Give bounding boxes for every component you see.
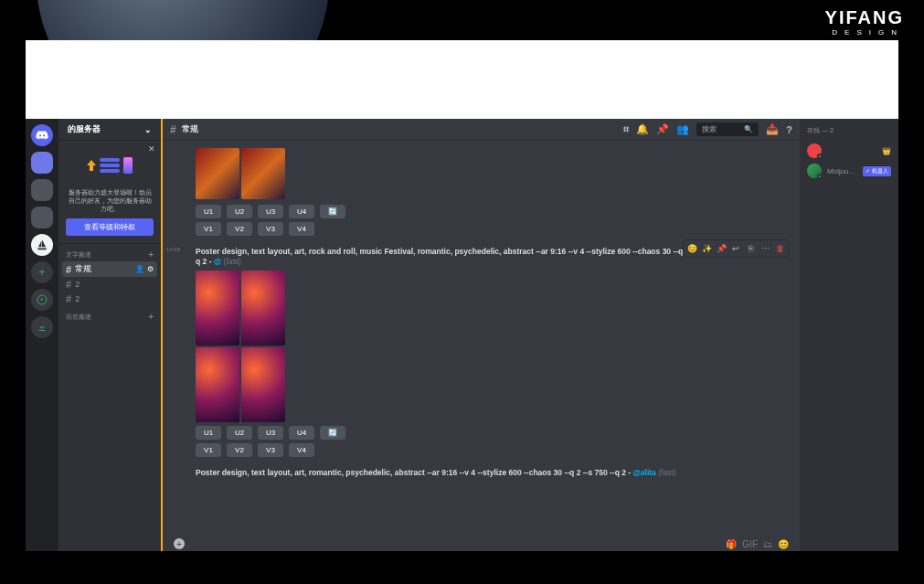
category-voice-channels[interactable]: 语音频道 + <box>58 306 161 324</box>
variation-button-v1[interactable]: V1 <box>196 222 221 236</box>
search-placeholder: 搜索 <box>702 124 717 134</box>
message: Poster design, text layout, art, romanti… <box>163 468 800 483</box>
add-channel-icon[interactable]: + <box>148 312 154 322</box>
category-label: 语音频道 <box>66 313 91 322</box>
bot-tag: ✓ 机器人 <box>863 166 891 176</box>
channel-sidebar: 的服务器 ⌄ ✕ 服务器助力盛大登场啦！动员自己的好友，为您的服务器助力吧。 查… <box>58 119 161 551</box>
close-icon[interactable]: ✕ <box>148 144 155 154</box>
variation-button-v2[interactable]: V2 <box>227 443 252 457</box>
channel-item-selected[interactable]: # 常规 👤 ⚙ <box>62 261 157 277</box>
sailboat-icon <box>36 239 48 251</box>
hash-icon: # <box>66 279 71 290</box>
gif-icon[interactable]: GIF <box>742 539 758 549</box>
add-server-button[interactable]: + <box>31 261 53 283</box>
message-timestamp: 14:58 <box>166 247 180 252</box>
generation-mode: (fast) <box>224 257 241 266</box>
server-name-header[interactable]: 的服务器 ⌄ <box>58 119 161 141</box>
download-icon <box>37 322 48 333</box>
attach-button[interactable]: + <box>174 538 185 549</box>
message: 😊 ✨ 📌 ↩ ⎘ ⋯ 🗑 14:58 Poster design, text … <box>163 247 800 462</box>
generated-image[interactable] <box>241 347 285 422</box>
member-avatar <box>807 143 822 158</box>
super-reaction-icon[interactable]: ✨ <box>700 242 713 255</box>
channel-item[interactable]: # 2 <box>58 292 161 306</box>
discord-home-button[interactable] <box>31 124 53 146</box>
message-actions-toolbar: 😊 ✨ 📌 ↩ ⎘ ⋯ 🗑 <box>683 239 789 258</box>
boost-cta-button[interactable]: 查看等级和特权 <box>66 218 154 236</box>
server-item[interactable] <box>31 179 53 201</box>
user-mention[interactable]: @ <box>214 257 221 266</box>
chat-input[interactable]: + 🎁 GIF 🗂 😊 <box>174 536 789 551</box>
generated-image[interactable] <box>241 148 285 199</box>
variation-button-v3[interactable]: V3 <box>258 443 283 457</box>
pinned-icon[interactable]: 📌 <box>656 123 669 135</box>
member-item[interactable]: 👑 <box>807 141 891 161</box>
category-label: 文字频道 <box>66 250 91 260</box>
upscale-button-u4[interactable]: U4 <box>289 426 314 440</box>
copy-icon[interactable]: ⎘ <box>744 242 757 255</box>
threads-icon[interactable]: ⌗ <box>623 123 629 135</box>
more-icon[interactable]: ⋯ <box>759 242 771 255</box>
download-apps-button[interactable] <box>31 316 53 338</box>
upscale-button-u4[interactable]: U4 <box>289 205 314 218</box>
upscale-button-u2[interactable]: U2 <box>227 205 252 218</box>
upscale-button-row: U1 U2 U3 U4 🔄 <box>196 205 789 218</box>
discord-logo-icon <box>36 131 48 140</box>
reroll-button[interactable]: 🔄 <box>320 426 345 440</box>
search-input[interactable]: 搜索 🔍 <box>696 122 759 136</box>
reroll-button[interactable]: 🔄 <box>320 205 345 218</box>
hash-icon: # <box>66 264 71 275</box>
pin-icon[interactable]: 📌 <box>715 242 728 255</box>
member-list-heading: 在线 — 2 <box>807 126 891 135</box>
generation-mode: (fast) <box>658 468 675 477</box>
member-name: Midjourney B… <box>827 167 857 175</box>
variation-button-v4[interactable]: V4 <box>289 443 314 457</box>
upscale-button-u1[interactable]: U1 <box>196 426 221 440</box>
server-rail: + <box>26 119 58 551</box>
sticker-icon[interactable]: 🗂 <box>763 539 772 549</box>
emoji-icon[interactable]: 😊 <box>778 539 789 549</box>
upscale-button-u1[interactable]: U1 <box>196 205 221 218</box>
user-mention[interactable]: @alita <box>633 468 656 477</box>
variation-button-v1[interactable]: V1 <box>196 443 221 457</box>
settings-icon[interactable]: ⚙ <box>147 265 154 273</box>
invite-icon[interactable]: 👤 <box>135 265 144 273</box>
brand-title: YIFANG <box>825 7 904 28</box>
server-item-active[interactable] <box>31 152 53 174</box>
server-item-midjourney[interactable] <box>31 234 53 256</box>
variation-button-v2[interactable]: V2 <box>227 222 252 236</box>
server-owner-icon: 👑 <box>882 147 891 155</box>
channel-label: 2 <box>75 280 80 289</box>
upscale-button-u3[interactable]: U3 <box>258 426 283 440</box>
help-icon[interactable]: ? <box>786 124 792 135</box>
generated-image-grid[interactable] <box>196 148 285 199</box>
brand-watermark: YIFANG DESIGN <box>825 7 904 37</box>
upscale-button-u2[interactable]: U2 <box>227 426 252 440</box>
category-text-channels[interactable]: 文字频道 + <box>58 244 161 261</box>
search-icon: 🔍 <box>744 125 753 133</box>
reply-icon[interactable]: ↩ <box>729 242 742 255</box>
generated-image[interactable] <box>196 148 239 199</box>
upscale-button-row: U1 U2 U3 U4 🔄 <box>196 426 789 440</box>
variation-button-v4[interactable]: V4 <box>289 222 314 236</box>
variation-button-v3[interactable]: V3 <box>258 222 283 236</box>
notifications-icon[interactable]: 🔔 <box>636 123 649 135</box>
boost-artwork <box>66 148 154 183</box>
gift-icon[interactable]: 🎁 <box>726 539 737 549</box>
page-frame: + 的服务器 ⌄ ✕ 服务器助力盛大登场啦！动员自己的好友，为您的服 <box>26 40 898 551</box>
member-item[interactable]: Midjourney B… ✓ 机器人 <box>807 161 891 181</box>
add-reaction-icon[interactable]: 😊 <box>685 242 698 255</box>
generated-image[interactable] <box>241 271 285 345</box>
generated-image[interactable] <box>196 271 239 345</box>
delete-icon[interactable]: 🗑 <box>773 242 786 255</box>
inbox-icon[interactable]: 📥 <box>766 123 779 135</box>
generated-image[interactable] <box>196 347 239 422</box>
add-channel-icon[interactable]: + <box>148 250 154 260</box>
channel-item[interactable]: # 2 <box>58 277 161 292</box>
server-item[interactable] <box>31 207 53 228</box>
chat-messages: U1 U2 U3 U4 🔄 V1 V2 V3 V4 <box>163 141 800 536</box>
upscale-button-u3[interactable]: U3 <box>258 205 283 218</box>
members-icon[interactable]: 👥 <box>676 123 689 135</box>
explore-servers-button[interactable] <box>31 289 53 311</box>
generated-image-grid[interactable] <box>196 271 285 422</box>
